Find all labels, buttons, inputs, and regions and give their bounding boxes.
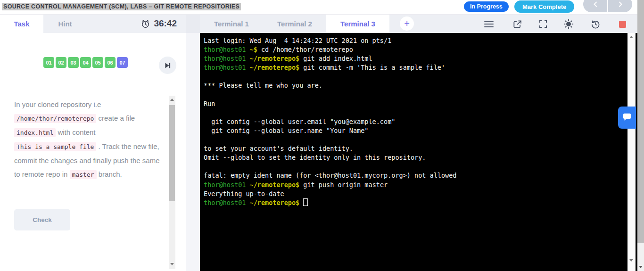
terminal-line — [204, 72, 637, 81]
tab-hint[interactable]: Hint — [43, 14, 87, 33]
timer: 36:42 — [140, 14, 177, 33]
lesson-nav — [583, 0, 632, 12]
step-03: 03 — [68, 57, 79, 68]
step-04: 04 — [80, 57, 91, 68]
task-panel-header: Task Hint 36:42 — [0, 14, 186, 33]
chat-bubble-icon — [622, 113, 632, 122]
scroll-up-arrow-icon[interactable] — [170, 99, 174, 101]
page-title-text: SOURCE CONTROL MANAGEMENT (SCM), LABS – … — [2, 3, 241, 10]
chevron-right-icon — [618, 1, 623, 7]
stop-icon[interactable] — [617, 18, 628, 30]
terminal-line: Everything up-to-date — [204, 189, 637, 198]
tab-task[interactable]: Task — [0, 14, 43, 33]
terminal-line: thor@host01 ~/remoterepo$ git commit -m … — [204, 63, 637, 72]
terminal-line: git config --global user.name "Your Name… — [204, 126, 637, 135]
terminal-cursor — [303, 198, 308, 206]
code-snippet: master — [70, 170, 97, 179]
terminal-panel: Terminal 1 Terminal 2 Terminal 3 + — [200, 14, 637, 271]
page-title: SOURCE CONTROL MANAGEMENT (SCM), LABS – … — [2, 3, 241, 10]
step-02: 02 — [56, 57, 66, 68]
stop-square — [619, 21, 626, 28]
scroll-down-arrow-icon[interactable] — [639, 266, 643, 268]
panel-divider — [186, 14, 200, 271]
tab-terminal-3[interactable]: Terminal 3 — [326, 14, 389, 33]
terminal-line: Last login: Wed Aug 4 14:24:22 UTC 2021 … — [204, 36, 637, 45]
terminal-line: fatal: empty ident name (for <thor@host0… — [204, 171, 637, 180]
code-snippet: /home/thor/remoterepo — [14, 114, 96, 123]
in-progress-button[interactable]: In Progress — [464, 1, 509, 12]
task-panel: Task Hint 36:42 01020304050607 In your c… — [0, 14, 186, 271]
fullscreen-icon[interactable] — [537, 18, 549, 30]
terminal-line — [204, 90, 637, 99]
terminal-line — [204, 135, 637, 144]
terminal-line: thor@host01 ~/remoterepo$ git add index.… — [204, 54, 637, 63]
brightness-icon[interactable] — [563, 18, 574, 30]
terminal-line: git config --global user.email "you@exam… — [204, 117, 637, 126]
terminal-screen[interactable]: Last login: Wed Aug 4 14:24:22 UTC 2021 … — [200, 33, 637, 271]
next-button[interactable] — [607, 0, 632, 12]
timer-value: 36:42 — [154, 18, 177, 29]
history-icon[interactable] — [590, 18, 601, 30]
terminal-line: thor@host01 ~$ cd /home/thor/remoterepo — [204, 45, 637, 54]
add-terminal-button[interactable]: + — [400, 16, 414, 31]
page-scrollbar[interactable] — [637, 0, 644, 271]
alarm-clock-icon — [140, 19, 150, 29]
step-05: 05 — [92, 57, 103, 68]
task-description: In your cloned repository i.e /home/thor… — [14, 98, 164, 181]
task-scrollbar[interactable] — [169, 96, 175, 269]
step-indicators: 01020304050607 — [43, 57, 128, 68]
terminal-line: *** Please tell me who you are. — [204, 81, 637, 90]
step-06: 06 — [105, 57, 116, 68]
terminal-line — [204, 162, 637, 171]
terminal-line: Omit --global to set the identity only i… — [204, 153, 637, 162]
skip-to-end-button[interactable] — [159, 57, 176, 74]
check-button[interactable]: Check — [14, 209, 70, 230]
page-scrollbar-thumb[interactable] — [637, 0, 644, 243]
skip-next-icon — [164, 62, 171, 69]
terminal-header: Terminal 1 Terminal 2 Terminal 3 + — [200, 14, 637, 33]
terminal-line: thor@host01 ~/remoterepo$ git push origi… — [204, 181, 637, 189]
tab-terminal-2[interactable]: Terminal 2 — [263, 14, 326, 33]
code-snippet: index.html — [14, 128, 56, 137]
tab-terminal-1[interactable]: Terminal 1 — [200, 14, 263, 33]
chevron-left-icon — [593, 1, 598, 7]
scroll-down-arrow-icon[interactable] — [170, 263, 174, 265]
terminal-line: Run — [204, 99, 637, 108]
menu-icon[interactable] — [483, 18, 495, 30]
task-text: with content — [56, 128, 95, 136]
terminal-scrollbar[interactable] — [627, 33, 636, 271]
step-07: 07 — [117, 57, 128, 68]
app-window: SOURCE CONTROL MANAGEMENT (SCM), LABS – … — [0, 0, 644, 271]
scroll-down-arrow-icon[interactable] — [629, 259, 633, 262]
step-01: 01 — [43, 57, 54, 68]
code-snippet: This is a sample file — [14, 142, 96, 151]
terminal-line — [204, 108, 637, 117]
scroll-up-arrow-icon[interactable] — [629, 36, 633, 38]
task-scrollbar-thumb[interactable] — [169, 105, 175, 201]
task-text: create a file — [96, 114, 135, 122]
mark-complete-button[interactable]: Mark Complete — [514, 0, 574, 13]
top-bar: SOURCE CONTROL MANAGEMENT (SCM), LABS – … — [0, 0, 644, 15]
prev-button[interactable] — [583, 0, 607, 12]
feedback-chat-button[interactable] — [618, 107, 636, 129]
task-text: In your cloned repository i.e — [14, 100, 101, 108]
open-in-new-icon[interactable] — [512, 18, 523, 30]
task-text: branch. — [97, 170, 122, 178]
terminal-line: to set your account's default identity. — [204, 144, 637, 153]
terminal-line: thor@host01 ~/remoterepo$ — [204, 198, 637, 207]
